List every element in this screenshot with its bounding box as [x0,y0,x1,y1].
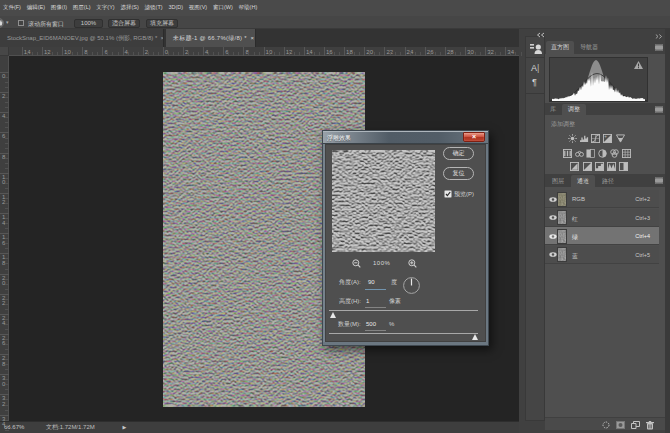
svg-text:+: + [604,134,607,139]
